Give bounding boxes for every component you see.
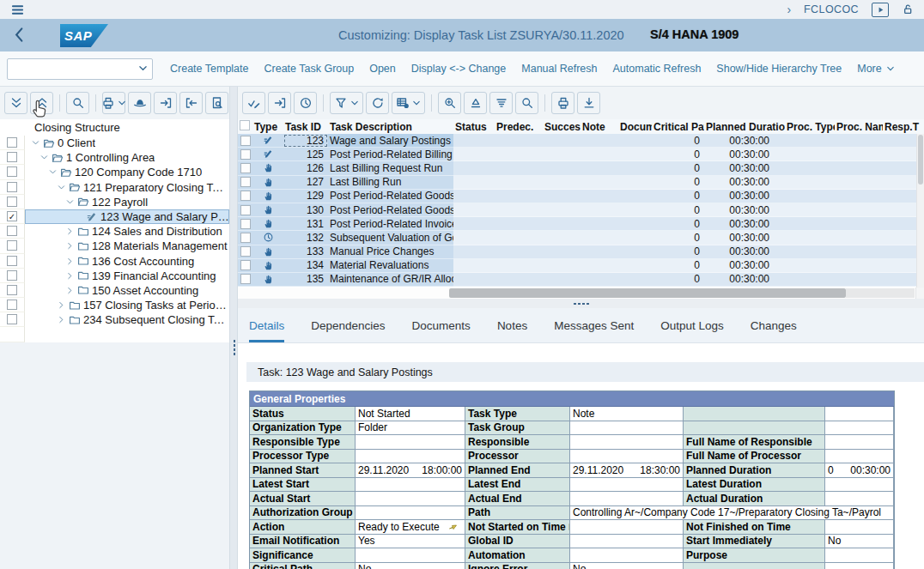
tree-checkbox[interactable] (7, 270, 17, 281)
tab-dependencies[interactable]: Dependencies (311, 308, 385, 342)
clock-button[interactable] (294, 92, 317, 114)
tab-messages-sent[interactable]: Messages Sent (554, 308, 634, 342)
sign-out-button[interactable] (179, 92, 203, 114)
tab-notes[interactable]: Notes (497, 308, 527, 342)
column-header-task-id[interactable]: Task ID (283, 121, 328, 133)
tab-output-logs[interactable]: Output Logs (660, 308, 724, 342)
expand-node-icon[interactable] (55, 315, 67, 324)
horizontal-splitter[interactable] (238, 299, 924, 308)
scrollbar-track[interactable] (846, 288, 915, 298)
column-header-note[interactable]: Note (581, 121, 618, 133)
row-checkbox[interactable] (240, 233, 251, 243)
hamburger-menu-icon[interactable] (10, 3, 25, 16)
tree-item-body[interactable]: 150 Asset Accounting (25, 283, 229, 298)
bowler-hat-button[interactable] (128, 92, 151, 114)
play-button[interactable] (872, 3, 889, 17)
tree-item-body[interactable]: 124 Sales and Distribution (25, 224, 229, 239)
menu-item-show-hide-hierarchy-tree[interactable]: Show/Hide Hierarchy Tree (716, 63, 842, 75)
task-row[interactable]: 132Subsequent Valuation of Goo000:30:00 (238, 231, 924, 245)
zoom-in-button[interactable] (438, 92, 461, 114)
row-checkbox[interactable] (240, 260, 251, 270)
task-row[interactable]: 129Post Period-Related Goods R000:30:00 (238, 190, 924, 203)
expand-header-chevron-icon[interactable]: › (787, 3, 791, 16)
sort-descending-button[interactable] (489, 92, 513, 114)
tree-item-body[interactable]: 123 Wage and Salary Postings (25, 209, 229, 224)
tree-checkbox[interactable]: ✓ (7, 211, 17, 221)
tree-item[interactable]: 124 Sales and Distribution (0, 224, 229, 239)
row-checkbox[interactable] (240, 177, 251, 187)
tree-item[interactable]: 122 Payroll (0, 195, 229, 209)
tree-item[interactable]: 0 Client (0, 136, 229, 150)
column-header-docume[interactable]: Docume (618, 121, 652, 133)
column-header-status[interactable]: Status (453, 121, 495, 133)
tree-item[interactable]: 234 Subsequent Closing Tasks (0, 312, 229, 327)
collapse-node-icon[interactable] (64, 197, 76, 207)
tab-documents[interactable]: Documents (412, 308, 471, 342)
print-button[interactable] (551, 92, 574, 114)
sign-in-button[interactable] (268, 92, 291, 114)
tree-checkbox[interactable] (7, 152, 17, 162)
menu-item-display-change[interactable]: Display <-> Change (411, 63, 506, 75)
collapse-all-button[interactable] (30, 92, 53, 114)
tree-item[interactable]: 150 Asset Accounting (0, 283, 229, 298)
row-checkbox[interactable] (240, 246, 251, 257)
expand-node-icon[interactable] (64, 227, 76, 236)
tree-checkbox[interactable] (7, 182, 17, 192)
row-checkbox[interactable] (240, 274, 251, 284)
tab-details[interactable]: Details (249, 308, 284, 342)
column-header-type[interactable]: Type (252, 121, 283, 133)
sign-in-button[interactable] (154, 92, 177, 114)
tree-item[interactable]: ✓123 Wage and Salary Postings (0, 209, 229, 224)
print-button[interactable] (102, 92, 125, 114)
task-row[interactable]: 123Wage and Salary Postings000:30:00 (238, 134, 924, 148)
tree-checkbox[interactable] (7, 226, 17, 236)
column-header-successor[interactable]: Successor (543, 121, 581, 133)
tree-item-body[interactable]: 121 Preparatory Closing Tasks (25, 180, 229, 195)
find-button[interactable] (515, 92, 538, 114)
collapse-node-icon[interactable] (38, 153, 50, 162)
tab-changes[interactable]: Changes (751, 308, 797, 342)
tree-checkbox[interactable] (7, 240, 17, 251)
tree-item[interactable]: 120 Company Code 1710 (0, 165, 229, 179)
tree-item-body[interactable]: 120 Company Code 1710 (25, 165, 229, 179)
refresh-button[interactable] (366, 92, 389, 114)
row-checkbox[interactable] (240, 149, 251, 160)
download-button[interactable] (577, 92, 600, 114)
tree-checkbox[interactable] (7, 256, 17, 266)
menu-item-more[interactable]: More (857, 63, 894, 75)
expand-all-button[interactable] (4, 92, 27, 114)
tree-checkbox[interactable] (7, 300, 17, 310)
tree-item-body[interactable]: 139 Financial Accounting (25, 269, 229, 283)
task-row[interactable]: 133Manual Price Changes000:30:00 (238, 245, 924, 259)
table-settings-button[interactable] (392, 92, 425, 114)
edit-confirm-button[interactable] (242, 92, 265, 114)
row-checkbox[interactable] (240, 163, 251, 173)
tree-item-body[interactable]: 1 Controlling Area (25, 150, 229, 165)
column-header-planned-duratio[interactable]: Planned Duratio (704, 121, 785, 133)
tree-checkbox[interactable] (7, 285, 17, 295)
task-row[interactable]: 126Last Billing Request Run000:30:00 (238, 161, 924, 175)
collapse-node-icon[interactable] (55, 183, 67, 192)
table-vertical-scrollbar[interactable] (916, 134, 924, 288)
tree-item[interactable]: 121 Preparatory Closing Tasks (0, 180, 229, 195)
column-header-critical-path[interactable]: Critical Path (652, 121, 704, 133)
column-header-proc-nam[interactable]: Proc. Nam (835, 121, 883, 133)
tree-item-body[interactable]: 128 Materials Management (25, 239, 229, 253)
tree-item-body[interactable]: 234 Subsequent Closing Tasks (25, 312, 229, 327)
expand-node-icon[interactable] (64, 286, 76, 295)
task-row[interactable]: 135Maintenance of GR/IR Allocat000:30:00 (238, 273, 924, 287)
table-horizontal-scrollbar[interactable] (238, 288, 924, 299)
expand-node-icon[interactable] (64, 257, 76, 266)
task-row[interactable]: 127Last Billing Run000:30:00 (238, 176, 924, 190)
execute-arrow-icon[interactable] (448, 522, 458, 531)
collapse-node-icon[interactable] (46, 167, 58, 177)
column-header-predec-[interactable]: Predec. (495, 121, 543, 133)
task-row[interactable]: 134Material Revaluations000:30:00 (238, 259, 924, 273)
column-header-select[interactable] (238, 120, 252, 133)
tree-item[interactable]: 157 Closing Tasks at Period-End (0, 298, 229, 312)
column-header-task-description[interactable]: Task Description (328, 121, 453, 133)
sort-ascending-button[interactable] (464, 92, 487, 114)
menu-item-manual-refresh[interactable]: Manual Refresh (521, 63, 597, 75)
expand-node-icon[interactable] (64, 271, 76, 281)
scrollbar-thumb[interactable] (918, 135, 923, 185)
